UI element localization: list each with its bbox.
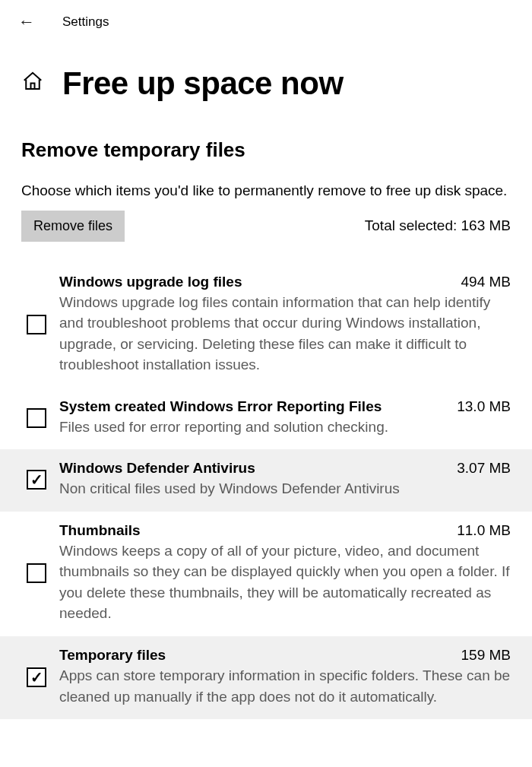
- item-head: Temporary files159 MB: [59, 647, 511, 664]
- settings-label: Settings: [62, 14, 109, 30]
- section-title: Remove temporary files: [0, 126, 532, 180]
- list-item[interactable]: Thumbnails11.0 MBWindows keeps a copy of…: [0, 512, 532, 636]
- total-selected-label: Total selected: 163 MB: [365, 217, 511, 234]
- item-title: Windows upgrade log files: [59, 274, 242, 290]
- item-head: Windows Defender Antivirus3.07 MB: [59, 460, 511, 477]
- section-description: Choose which items you'd like to permane…: [0, 180, 532, 211]
- item-size: 494 MB: [461, 274, 511, 290]
- page-title: Free up space now: [62, 65, 344, 102]
- item-head: Thumbnails11.0 MB: [59, 522, 511, 539]
- checkbox-column: [26, 460, 47, 499]
- item-head: Windows upgrade log files494 MB: [59, 274, 511, 290]
- item-content: Thumbnails11.0 MBWindows keeps a copy of…: [59, 522, 511, 624]
- item-description: Apps can store temporary information in …: [59, 665, 511, 707]
- list-item[interactable]: Windows Defender Antivirus3.07 MBNon cri…: [0, 449, 532, 512]
- item-head: System created Windows Error Reporting F…: [59, 398, 511, 415]
- checkbox[interactable]: [27, 315, 46, 334]
- home-icon[interactable]: [21, 70, 44, 98]
- page-header: Free up space now: [0, 41, 532, 126]
- back-arrow-icon[interactable]: ←: [18, 12, 35, 32]
- item-description: Windows upgrade log files contain inform…: [59, 292, 511, 376]
- list-item[interactable]: Temporary files159 MBApps can store temp…: [0, 636, 532, 719]
- item-size: 13.0 MB: [457, 398, 511, 415]
- item-size: 11.0 MB: [457, 522, 511, 539]
- item-description: Files used for error reporting and solut…: [59, 417, 511, 438]
- item-title: Thumbnails: [59, 522, 141, 539]
- action-row: Remove files Total selected: 163 MB: [0, 211, 532, 263]
- checkbox-column: [26, 522, 47, 624]
- item-content: System created Windows Error Reporting F…: [59, 398, 511, 438]
- item-content: Windows upgrade log files494 MBWindows u…: [59, 274, 511, 376]
- remove-files-button[interactable]: Remove files: [21, 211, 125, 242]
- item-description: Windows keeps a copy of all of your pict…: [59, 540, 511, 624]
- checkbox[interactable]: [27, 563, 46, 583]
- item-title: Temporary files: [59, 647, 166, 664]
- checkbox[interactable]: [27, 408, 46, 428]
- item-content: Windows Defender Antivirus3.07 MBNon cri…: [59, 460, 511, 499]
- item-description: Non critical files used by Windows Defen…: [59, 478, 511, 499]
- item-size: 159 MB: [461, 647, 511, 664]
- list-item[interactable]: Windows upgrade log files494 MBWindows u…: [0, 263, 532, 388]
- item-title: System created Windows Error Reporting F…: [59, 398, 382, 415]
- list-item[interactable]: System created Windows Error Reporting F…: [0, 388, 532, 450]
- checkbox-column: [26, 274, 47, 376]
- checkbox-column: [26, 647, 47, 707]
- item-title: Windows Defender Antivirus: [59, 460, 255, 477]
- checkbox[interactable]: [27, 470, 46, 490]
- top-bar: ← Settings: [0, 0, 532, 41]
- item-size: 3.07 MB: [457, 460, 511, 477]
- items-list: Windows upgrade log files494 MBWindows u…: [0, 263, 532, 720]
- checkbox[interactable]: [27, 667, 46, 687]
- checkbox-column: [26, 398, 47, 438]
- item-content: Temporary files159 MBApps can store temp…: [59, 647, 511, 707]
